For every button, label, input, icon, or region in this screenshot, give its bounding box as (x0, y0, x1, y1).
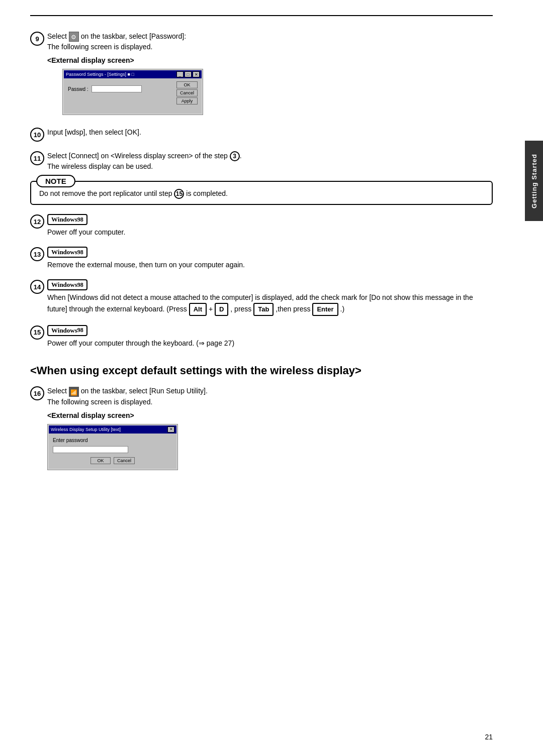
top-rule (30, 15, 493, 16)
step-14-text: When [Windows did not detect a mouse att… (47, 292, 493, 316)
note-text: Do not remove the port replicator until … (39, 189, 484, 199)
settings-icon: ⚙ (69, 32, 79, 42)
maximize-icon: □ (185, 71, 192, 77)
screen-titlebar-2: Wireless Display Setup Utility [text] ✕ (49, 425, 176, 434)
step-14-content: Windows98 When [Windows did not detect a… (47, 279, 493, 316)
win98-badge-12: Windows98 (47, 214, 87, 225)
passwd-label: Passwd : (68, 86, 88, 92)
step-9-number: 9 (30, 32, 44, 46)
passwd-input[interactable] (92, 85, 142, 92)
step-10-number: 10 (30, 128, 44, 142)
step-16-number: 16 (30, 386, 44, 400)
enter-password-label: Enter password (53, 437, 172, 444)
step-9-text-after: on the taskbar, select [Password]: (81, 32, 186, 40)
step-13-text: Remove the external mouse, then turn on … (47, 260, 493, 270)
external-screen-label-1: <External display screen> (47, 55, 493, 66)
close-icon-2: ✕ (167, 426, 174, 433)
step-13-number: 13 (30, 247, 44, 261)
step-16: 16 Select 📶 on the taskbar, select [Run … (30, 386, 493, 473)
screen-body-1: Passwd : OK Cancel Apply (64, 78, 202, 114)
screen-title-2: Wireless Display Setup Utility [text] (51, 427, 121, 432)
minimize-icon: _ (176, 71, 184, 77)
step-12-text: Power off your computer. (47, 227, 493, 238)
step-13-content: Windows98 Remove the external mouse, the… (47, 247, 493, 270)
screen-btn-group-1: OK Cancel Apply (176, 81, 198, 104)
screen-titlebar-1: Password Settings - [Settings] ■ □ _ □ ✕ (64, 70, 202, 78)
step-16-text: Select 📶 on the taskbar, select [Run Set… (47, 386, 493, 396)
step-11-sub: The wireless display can be used. (47, 161, 493, 172)
sidebar-tab: Getting Started (525, 141, 543, 221)
step-15-text: Power off your computer through the keyb… (47, 338, 493, 349)
step-11: 11 Select [Connect] on <Wireless display… (30, 151, 493, 172)
step-10-text: Input [wdsp], then select [OK]. (47, 127, 493, 138)
step-10-content: Input [wdsp], then select [OK]. (47, 127, 493, 138)
step-12-content: Windows98 Power off your computer. (47, 214, 493, 238)
step-ref-3: 3 (230, 151, 240, 161)
step-11-text: Select [Connect] on <Wireless display sc… (47, 151, 493, 161)
step-12-number: 12 (30, 214, 44, 229)
screen-mockup-2: Wireless Display Setup Utility [text] ✕ … (47, 424, 178, 470)
step-9-content: Select ⚙ on the taskbar, select [Passwor… (47, 31, 493, 118)
sidebar-label: Getting Started (530, 154, 538, 208)
step-9-text: Select ⚙ on the taskbar, select [Passwor… (47, 31, 493, 42)
step-16-sub: The following screen is displayed. (47, 397, 493, 407)
page-container: Getting Started 9 Select ⚙ on the taskba… (0, 0, 543, 756)
screen-title-buttons-1: _ □ ✕ (176, 71, 200, 77)
screen-title-1: Password Settings - [Settings] ■ □ (66, 72, 134, 77)
cancel-button-1[interactable]: Cancel (176, 89, 198, 96)
step-14: 14 Windows98 When [Windows did not detec… (30, 279, 493, 316)
apply-button-1[interactable]: Apply (176, 97, 198, 104)
step-15: 15 Windows98 Power off your computer thr… (30, 325, 493, 349)
step-11-content: Select [Connect] on <Wireless display sc… (47, 151, 493, 172)
cancel-button-2[interactable]: Cancel (114, 457, 135, 464)
close-icon-1: ✕ (193, 71, 200, 77)
step-9-sub: The following screen is displayed. (47, 42, 493, 52)
external-screen-label-2: <External display screen> (47, 410, 493, 421)
win98-badge-15: Windows98 (47, 325, 87, 336)
step-16-content: Select 📶 on the taskbar, select [Run Set… (47, 386, 493, 473)
password-input-2[interactable] (53, 446, 128, 453)
enter-key: Enter (312, 303, 338, 316)
step-9: 9 Select ⚙ on the taskbar, select [Passw… (30, 31, 493, 118)
win98-badge-13: Windows98 (47, 247, 87, 258)
step-15-content: Windows98 Power off your computer throug… (47, 325, 493, 349)
step-11-number: 11 (30, 151, 44, 165)
step-10: 10 Input [wdsp], then select [OK]. (30, 127, 493, 142)
page-number: 21 (485, 733, 493, 741)
step-12: 12 Windows98 Power off your computer. (30, 214, 493, 238)
step-15-number: 15 (30, 326, 44, 340)
d-key: D (215, 303, 228, 316)
screen-body-2: Enter password OK Cancel (49, 434, 176, 469)
alt-key: Alt (189, 303, 207, 316)
step-13: 13 Windows98 Remove the external mouse, … (30, 247, 493, 270)
note-step-ref-15: 15 (174, 189, 184, 199)
note-box: NOTE Do not remove the port replicator u… (30, 181, 493, 205)
wireless-icon: 📶 (69, 387, 79, 397)
step-14-number: 14 (30, 280, 44, 294)
ok-button-1[interactable]: OK (176, 81, 198, 88)
select-label: Select (47, 32, 67, 40)
win98-badge-14: Windows98 (47, 279, 87, 290)
tab-key: Tab (253, 303, 274, 316)
ok-button-2[interactable]: OK (90, 457, 111, 464)
screen-title-buttons-2: ✕ (167, 426, 174, 433)
main-content: 9 Select ⚙ on the taskbar, select [Passw… (0, 0, 523, 756)
passwd-row: Passwd : (68, 85, 172, 92)
screen-mockup-1: Password Settings - [Settings] ■ □ _ □ ✕ (62, 69, 203, 115)
note-label: NOTE (36, 175, 75, 187)
section-heading: <When using except default settings with… (30, 364, 493, 378)
